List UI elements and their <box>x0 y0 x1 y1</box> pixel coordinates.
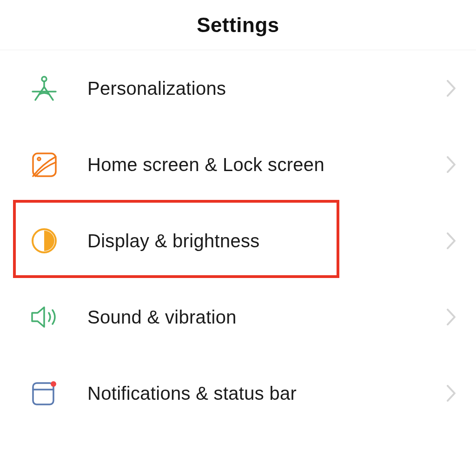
compass-icon <box>30 74 59 103</box>
settings-item-home-lock[interactable]: Home screen & Lock screen <box>0 126 476 203</box>
settings-item-personalizations[interactable]: Personalizations <box>0 50 476 126</box>
settings-item-display-brightness[interactable]: Display & brightness <box>0 203 476 279</box>
chevron-right-icon <box>445 79 457 98</box>
notification-bar-icon <box>30 379 59 408</box>
wallpaper-icon <box>30 150 59 179</box>
item-label: Sound & vibration <box>87 307 237 328</box>
item-label: Home screen & Lock screen <box>87 154 324 175</box>
item-label: Personalizations <box>87 78 226 99</box>
chevron-right-icon <box>445 155 457 174</box>
brightness-icon <box>30 226 59 255</box>
page-title: Settings <box>197 13 279 37</box>
chevron-right-icon <box>445 307 457 327</box>
chevron-right-icon <box>445 231 457 251</box>
item-label: Display & brightness <box>87 231 260 251</box>
settings-item-sound-vibration[interactable]: Sound & vibration <box>0 279 476 355</box>
settings-list: Personalizations Home screen & Lock scre… <box>0 50 476 431</box>
svg-point-6 <box>38 158 40 160</box>
chevron-right-icon <box>445 384 457 403</box>
svg-point-10 <box>51 381 56 387</box>
speaker-icon <box>30 303 59 331</box>
settings-item-notifications-status[interactable]: Notifications & status bar <box>0 355 476 431</box>
item-label: Notifications & status bar <box>87 383 297 404</box>
svg-rect-8 <box>33 383 53 404</box>
page-header: Settings <box>0 0 476 50</box>
